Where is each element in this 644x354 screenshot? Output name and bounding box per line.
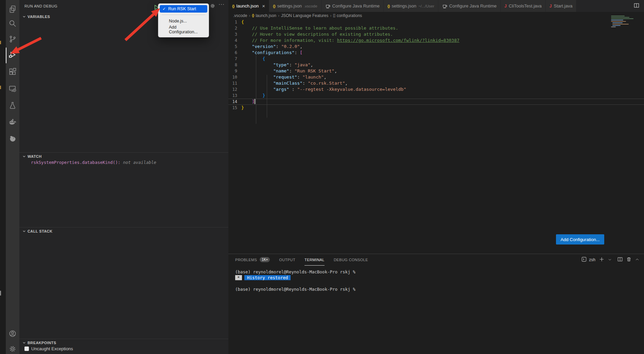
tab-debug-console[interactable]: DEBUG CONSOLE <box>334 254 368 266</box>
tab-configure-java-runtime-1[interactable]: Configure Java Runtime <box>321 0 384 12</box>
tab-configure-java-runtime-2[interactable]: Configure Java Runtime <box>438 0 501 12</box>
json-file-icon: {} <box>252 14 254 17</box>
comment-link[interactable]: https://go.microsoft.com/fwlink/?linkid=… <box>337 38 459 43</box>
history-star-badge: * <box>235 275 242 280</box>
code-line: 4 // For more information, visit: https:… <box>228 37 644 44</box>
panel-tab-bar: PROBLEMS 1K+ OUTPUT TERMINAL DEBUG CONSO… <box>235 254 368 266</box>
tab-start-java[interactable]: J Start.java <box>546 0 577 12</box>
docker-whale-icon <box>8 118 17 127</box>
run-and-debug-button[interactable] <box>6 48 19 63</box>
edge-artifact <box>0 41 1 44</box>
docker-button[interactable] <box>6 115 19 130</box>
terminal-profile-chevron-icon[interactable] <box>608 257 612 263</box>
maximize-panel-chevron-icon[interactable] <box>635 257 639 263</box>
code-line: 15} <box>228 105 644 111</box>
gradle-button[interactable] <box>6 131 19 147</box>
code-line: 6 "configurations": [ <box>228 50 644 56</box>
array-symbol-icon: [ ] <box>333 14 335 17</box>
tab-settings-json-vscode[interactable]: {} settings.json .vscode <box>269 0 321 12</box>
java-file-icon: J <box>504 4 507 9</box>
java-runtime-cup-icon <box>442 3 447 9</box>
json-file-icon: {} <box>273 4 275 8</box>
settings-button[interactable] <box>6 342 19 354</box>
add-configuration-button[interactable]: Add Configuration... <box>556 234 604 245</box>
shell-label: zsh <box>589 257 595 262</box>
watch-expression-row[interactable]: rskSystemProperties.databaseKind(): not … <box>31 160 156 165</box>
split-editor-button[interactable] <box>629 0 644 12</box>
editor-tab-bar: {} launch.json × {} settings.json .vscod… <box>228 0 644 12</box>
source-control-icon <box>8 35 17 45</box>
source-control-button[interactable] <box>6 32 19 48</box>
code-line: 9 "name": "Run RSK Start", <box>228 68 644 74</box>
extensions-button[interactable] <box>6 65 19 80</box>
explorer-button[interactable] <box>6 2 19 18</box>
code-line: 8 "type": "java", <box>228 62 644 68</box>
code-line: 11 "mainClass": "co.rsk.Start", <box>228 80 644 86</box>
tab-settings-json-user[interactable]: {} settings.json ~/.../User <box>384 0 438 12</box>
run-debug-icon <box>8 51 17 60</box>
bottom-panel: PROBLEMS 1K+ OUTPUT TERMINAL DEBUG CONSO… <box>228 254 644 354</box>
chevron-down-icon <box>22 154 26 158</box>
gradle-elephant-icon <box>8 134 17 144</box>
code-line: 1{ <box>228 19 644 25</box>
java-file-icon: J <box>550 4 552 9</box>
split-editor-icon <box>634 3 639 10</box>
files-icon <box>8 5 17 15</box>
edge-artifact <box>0 86 1 89</box>
gear-icon <box>8 345 17 354</box>
uncaught-exceptions-checkbox[interactable] <box>24 347 29 351</box>
breadcrumb-item-vscode[interactable]: .vscode <box>233 13 247 18</box>
breadcrumb-item-launch-json[interactable]: launch.json <box>256 13 276 18</box>
tab-problems[interactable]: PROBLEMS 1K+ <box>235 254 270 266</box>
panel-actions: zsh <box>581 254 639 266</box>
editor-group: {} launch.json × {} settings.json .vscod… <box>228 0 644 354</box>
debug-settings-gear-icon[interactable] <box>210 3 215 9</box>
debug-configuration-menu: ✓ Run RSK Start Node.js... Add Configura… <box>158 3 209 37</box>
menu-separator <box>162 15 205 15</box>
tab-launch-json[interactable]: {} launch.json × <box>228 0 269 12</box>
code-line: 3 // Hover to view descriptions of exist… <box>228 31 644 37</box>
close-icon[interactable]: × <box>262 3 265 9</box>
breadcrumb-item-configurations[interactable]: configurations <box>337 13 362 18</box>
activity-bar <box>6 0 19 354</box>
java-runtime-cup-icon <box>325 3 330 9</box>
tab-clitoolstest-java[interactable]: J CliToolsTest.java <box>501 0 546 12</box>
menu-item-run-rsk-start[interactable]: ✓ Run RSK Start <box>160 5 207 13</box>
code-line: 7 { <box>228 56 644 62</box>
sidebar-title: RUN AND DEBUG <box>24 4 57 8</box>
testing-button[interactable] <box>6 98 19 114</box>
chevron-down-icon <box>22 341 26 345</box>
tab-output[interactable]: OUTPUT <box>279 254 295 266</box>
remote-explorer-button[interactable] <box>6 82 19 97</box>
tab-bar-spacer <box>576 0 629 12</box>
minimap[interactable] <box>611 16 636 33</box>
breadcrumb-item-json-language-features[interactable]: JSON Language Features <box>281 13 328 18</box>
terminal-output[interactable]: (base) reynoldmorel@Reynolds-MacBook-Pro… <box>235 269 355 292</box>
menu-item-nodejs[interactable]: Node.js... <box>158 18 209 24</box>
call-stack-section-header[interactable]: CALL STACK <box>19 227 228 235</box>
background-window-edge <box>0 0 6 354</box>
chevron-down-icon <box>22 15 26 19</box>
extensions-icon <box>8 68 17 77</box>
json-file-icon: {} <box>232 4 234 8</box>
code-line: 5 "version": "0.2.0", <box>228 44 644 50</box>
json-file-icon: {} <box>387 4 390 8</box>
breakpoints-section-header[interactable]: BREAKPOINTS <box>19 339 228 346</box>
watch-value: not available <box>123 160 156 165</box>
sidebar-more-actions-button[interactable]: ··· <box>219 1 225 7</box>
code-editor[interactable]: 1{ 2 // Use IntelliSense to learn about … <box>228 19 644 111</box>
accounts-button[interactable] <box>6 326 19 342</box>
tab-terminal[interactable]: TERMINAL <box>304 254 325 266</box>
menu-item-add-configuration[interactable]: Add Configuration... <box>158 24 209 35</box>
split-terminal-button[interactable] <box>617 257 623 263</box>
search-button[interactable] <box>6 16 19 32</box>
code-line: 2 // Use IntelliSense to learn about pos… <box>228 25 644 31</box>
terminal-prompt-line: (base) reynoldmorel@Reynolds-MacBook-Pro… <box>235 286 355 292</box>
code-line: 10 "request": "launch", <box>228 74 644 80</box>
new-terminal-button[interactable] <box>599 257 604 263</box>
kill-terminal-button[interactable] <box>626 257 631 263</box>
watch-section-header[interactable]: WATCH <box>19 152 228 160</box>
code-line: 13 } <box>228 92 644 99</box>
chevron-down-icon <box>22 229 26 233</box>
run-and-debug-sidebar: RUN AND DEBUG ··· VARIABLES WATCH rskSys… <box>19 0 228 354</box>
